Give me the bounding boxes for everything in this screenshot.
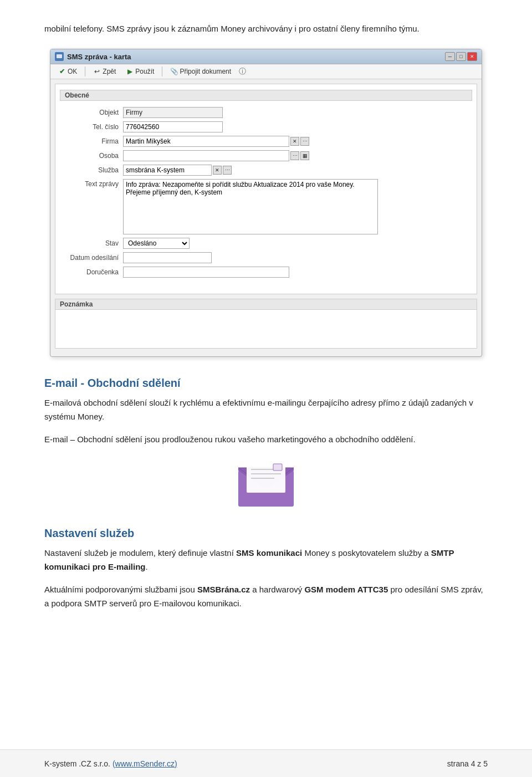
toolbar-separator-1 [85,67,85,76]
select-stav[interactable]: Odesláno [123,238,190,249]
input-sluzba[interactable] [123,165,212,176]
dialog-title-area: SMS zpráva - karta [55,52,131,61]
field-stav: Stav Odesláno [55,236,477,251]
dialog-title-text: SMS zpráva - karta [67,53,131,61]
footer-company: K-system .CZ s.r.o. (www.mSender.cz) [44,759,177,768]
dialog-bottom-spacer [50,351,482,356]
dialog-body: Obecné Objekt Tel. číslo Firma ✕ ⋯ [55,84,477,294]
input-poznamka[interactable] [58,312,474,346]
footer-page-info: strana 4 z 5 [447,759,488,768]
input-osoba[interactable] [123,150,289,161]
attach-info-icon: ⓘ [239,67,246,76]
sms-dialog-window: SMS zpráva - karta ─ □ ✕ ✔ OK ↩ Zpět ▶ P… [50,49,482,357]
back-icon: ↩ [93,68,101,75]
field-tel: Tel. číslo [55,120,477,134]
label-text: Text zprávy [62,179,123,188]
footer-link[interactable]: (www.mSender.cz) [112,759,177,768]
firma-clear-btn[interactable]: ✕ [290,137,299,146]
field-dorucenka: Doručenka [55,265,477,279]
minimize-button[interactable]: ─ [445,52,455,61]
spacer [55,279,477,288]
nastaveni-section-title: Nastavení služeb [44,527,488,540]
field-firma: Firma ✕ ⋯ [55,134,477,149]
label-sluzba: Služba [62,166,123,174]
use-icon: ▶ [126,68,134,75]
osoba-browse-btn[interactable]: ⋯ [290,151,299,160]
field-text: Text zprávy Info zpráva: Nezapomeňte si … [55,177,477,236]
label-stav: Stav [62,239,123,247]
osoba-input-group: ⋯ ▦ [123,150,309,161]
attach-icon: 📎 [170,68,178,75]
poznamka-header: Poznámka [55,299,477,310]
svg-rect-9 [273,464,282,471]
intro-paragraph: mobilní telefony. SMS zprávy jsou k zázn… [44,22,488,35]
restore-button[interactable]: □ [456,52,466,61]
label-objekt: Objekt [62,109,123,116]
firma-input-group: ✕ ⋯ [123,136,309,147]
label-dorucenka: Doručenka [62,268,123,276]
input-dorucenka[interactable] [123,267,289,278]
field-datum: Datum odesílání [55,251,477,265]
osoba-btn2[interactable]: ▦ [300,151,309,160]
email-section-title: E-mail - Obchodní sdělení [44,377,488,390]
input-text[interactable]: Info zpráva: Nezapomeňte si pořídit služ… [123,179,378,234]
page-footer: K-system .CZ s.r.o. (www.mSender.cz) str… [0,749,532,777]
nastaveni-paragraph-1: Nastavení služeb je modulem, který defin… [44,546,488,574]
poznamka-body [55,310,477,349]
label-tel: Tel. číslo [62,123,123,131]
use-button[interactable]: ▶ Použít [122,67,157,76]
section-obecne-header: Obecné [60,90,472,101]
email-icon-illustration [44,459,488,509]
svg-rect-0 [57,54,62,58]
ok-button[interactable]: ✔ OK [55,67,80,76]
label-firma: Firma [62,137,123,145]
ok-icon: ✔ [58,68,66,75]
email-paragraph-2: E-mail – Obchodní sdělení jsou prodlouže… [44,433,488,447]
email-paragraph-1: E-mailová obchodní sdělení slouží k rych… [44,396,488,424]
dialog-window-controls: ─ □ ✕ [445,52,477,61]
toolbar-separator-2 [162,67,162,76]
input-objekt[interactable] [123,107,223,118]
section-poznamka: Poznámka [55,299,477,349]
attach-button[interactable]: 📎 Připojit dokument [167,67,234,76]
sluzba-input-group: ✕ ⋯ [123,165,232,176]
label-osoba: Osoba [62,152,123,160]
nastaveni-paragraph-2: Aktuálními podporovanými službami jsou S… [44,583,488,611]
field-osoba: Osoba ⋯ ▦ [55,149,477,163]
input-firma[interactable] [123,136,289,147]
sluzba-browse-btn[interactable]: ⋯ [223,166,232,175]
firma-browse-btn[interactable]: ⋯ [300,137,309,146]
label-datum: Datum odesílání [62,254,123,262]
field-sluzba: Služba ✕ ⋯ [55,163,477,177]
dialog-toolbar: ✔ OK ↩ Zpět ▶ Použít 📎 Připojit dokument… [50,64,482,79]
sluzba-clear-btn[interactable]: ✕ [213,166,222,175]
close-button[interactable]: ✕ [467,52,477,61]
input-datum[interactable] [123,252,212,263]
dialog-titlebar: SMS zpráva - karta ─ □ ✕ [50,49,482,64]
dialog-app-icon [55,52,64,61]
back-button[interactable]: ↩ Zpět [90,67,119,76]
field-objekt: Objekt [55,105,477,120]
input-tel[interactable] [123,121,223,132]
email-svg-icon [236,459,296,509]
